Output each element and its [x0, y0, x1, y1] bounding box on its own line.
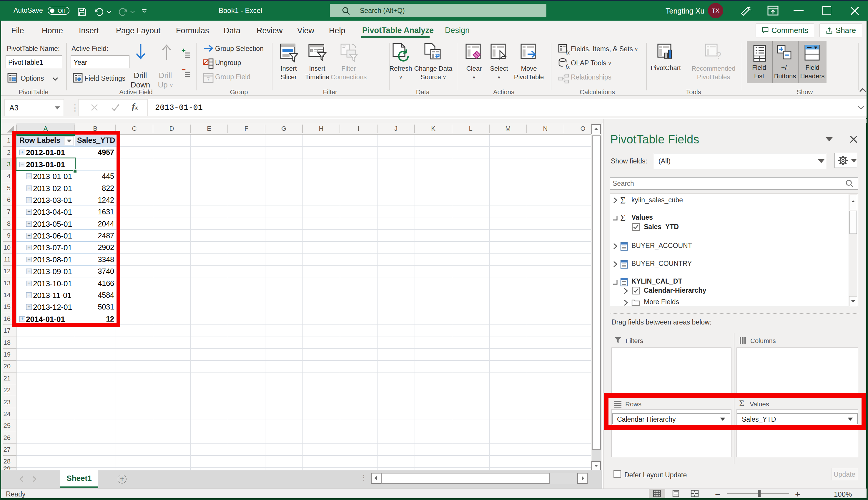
svg-text:7: 7: [207, 77, 210, 82]
svg-text:?: ?: [716, 50, 722, 61]
svg-text:fx: fx: [565, 49, 570, 55]
svg-text:fx: fx: [565, 63, 570, 69]
